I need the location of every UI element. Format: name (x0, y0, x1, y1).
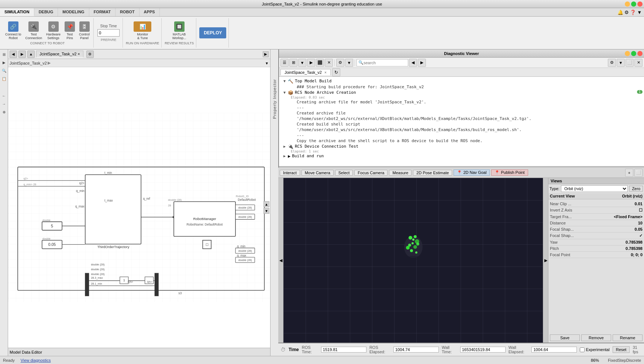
diag-expand-btn[interactable]: ⬜ (626, 59, 634, 67)
tree-item-buildrun[interactable]: ▶ ▶ Build and run (280, 153, 643, 159)
nav-up-btn[interactable]: ▲ (27, 51, 35, 58)
diag-search-prev[interactable]: ◀ (409, 59, 417, 67)
diag-btn-1[interactable]: ☰ (280, 59, 289, 67)
ros-time-input[interactable] (321, 347, 366, 353)
diag-filter-dropdown[interactable]: ▼ (345, 59, 353, 67)
diag-filter-btn[interactable]: ⚙ (336, 59, 344, 67)
sidebar-icon-2[interactable]: ▶ (1, 59, 7, 66)
rviz-nav-goal-btn[interactable]: 📍 2D Nav Goal (454, 169, 490, 176)
sidebar-icon-7[interactable]: ⊕ (1, 109, 7, 115)
svg-text:q2>: q2> (79, 181, 85, 185)
canvas-scroll-right[interactable]: ▶ (263, 51, 269, 57)
svg-point-69 (410, 249, 413, 252)
toolbar-icon-4[interactable]: ▼ (637, 10, 642, 15)
diag-btn-5[interactable]: ⬛ (316, 59, 324, 67)
model-tab[interactable]: JcintSpace_Task_v2 × (36, 51, 83, 58)
wall-time-input[interactable] (460, 347, 506, 353)
rviz-publish-btn[interactable]: 📍 Publish Point (491, 169, 528, 176)
canvas-scroll-down[interactable]: ▼ (264, 208, 269, 214)
toolbar-icon-1[interactable]: 🔔 (617, 10, 623, 15)
rviz-move-camera-btn[interactable]: Move Camera (302, 170, 334, 176)
hardware-settings-btn[interactable]: ⚙ HardwareSettings (45, 21, 62, 41)
close-btn[interactable] (637, 1, 643, 7)
tab-format[interactable]: FORMAT (89, 8, 116, 16)
canvas-settings-btn[interactable]: ⚙ (86, 51, 94, 58)
diag-close-x-btn[interactable]: ✕ (634, 59, 643, 67)
diag-btn-2[interactable]: ⊞ (289, 59, 297, 67)
diag-max-btn[interactable] (631, 51, 636, 56)
toggle-rcs-archive[interactable]: ▼ (283, 90, 288, 95)
ros-elapsed-input[interactable] (393, 347, 439, 353)
time-icon: ⏱ (280, 347, 286, 353)
rviz-collapse-left[interactable]: ◀ (278, 178, 283, 343)
diag-search-input[interactable] (364, 61, 414, 65)
view-diagnostics-link[interactable]: View diagnostics (21, 358, 51, 363)
toolbar-icon-3[interactable]: ❓ (630, 10, 636, 15)
maximize-btn[interactable] (631, 1, 636, 7)
rviz-measure-btn[interactable]: Measure (389, 170, 411, 176)
tab-robot[interactable]: ROBOT (116, 8, 140, 16)
canvas-scroll-up[interactable]: ▲ (264, 201, 269, 207)
experimental-checkbox[interactable] (580, 347, 585, 352)
deploy-btn[interactable]: DEPLOY (199, 27, 226, 38)
tree-item-rcs-archive[interactable]: ▼ 📦 RCS Node Archive Creation 1 (280, 90, 643, 96)
toolbar-icon-2[interactable]: ⚙ (624, 10, 629, 15)
matlab-workspace-btn[interactable]: 🔲 MATLABWorksp... (171, 21, 188, 41)
views-zero-btn[interactable]: Zero (629, 186, 643, 192)
test-connection-btn[interactable]: 🔌 TestConnection (24, 21, 44, 41)
rviz-collapse-right[interactable]: ▶ (543, 178, 548, 343)
views-rename-btn[interactable]: Rename (613, 334, 643, 341)
toggle-rcs-device[interactable]: ▶ (283, 144, 288, 148)
diag-search-box[interactable]: 🔍 (357, 59, 408, 66)
views-remove-btn[interactable]: Remove (581, 334, 611, 341)
nav-forward-btn[interactable]: ▶ (18, 51, 26, 58)
diag-tab-main[interactable]: JointSpace_Task_v2 × (280, 69, 331, 75)
rviz-2d-pose-btn[interactable]: 2D Pose Estimate (413, 170, 452, 176)
connect-group-label: CONNECT TO ROBOT (30, 41, 65, 45)
wall-elapsed-input[interactable] (531, 347, 577, 353)
sidebar-icon-6[interactable]: → (1, 100, 7, 107)
stop-time-input[interactable] (97, 29, 120, 37)
diag-search-next[interactable]: ▶ (418, 59, 426, 67)
toggle-buildrun[interactable]: ▶ (283, 154, 288, 158)
views-save-btn[interactable]: Save (550, 334, 580, 341)
time-reset-btn[interactable]: Reset (613, 346, 630, 353)
control-panel-btn[interactable]: 🎛 ControlPanel (78, 21, 91, 41)
canvas-nav-btn[interactable]: ▼ (265, 61, 269, 65)
toggle-topbuild[interactable]: ▼ (283, 79, 288, 83)
sidebar-icon-4[interactable]: 📋 (1, 75, 7, 82)
diag-min-btn[interactable] (625, 51, 630, 56)
monitor-tune-btn[interactable]: 📊 Monitor& Tune (132, 21, 153, 41)
focal-shape-fixed-row: Focal Shap... ✓ (550, 233, 643, 239)
minimize-btn[interactable] (625, 1, 630, 7)
sidebar-icon-1[interactable]: ⊞ (1, 51, 7, 58)
views-type-select[interactable]: Orbit (rviz) (561, 185, 628, 192)
rviz-focus-btn[interactable]: Focus Camera (354, 170, 388, 176)
diag-settings-btn[interactable]: ⚙ (608, 59, 616, 67)
diag-tab-close[interactable]: × (324, 71, 327, 75)
test-pins-btn[interactable]: 📌 TestPins (63, 21, 76, 41)
nav-back-btn[interactable]: ◀ (10, 51, 17, 58)
diag-refresh-btn[interactable]: ↻ (332, 68, 340, 76)
rviz-interact-btn[interactable]: Interact (280, 170, 300, 176)
diag-btn-6[interactable]: ✕ (325, 59, 333, 67)
rviz-viewport[interactable] (283, 178, 543, 343)
sidebar-icon-3[interactable]: 🔍 (1, 67, 7, 74)
sidebar-icon-5[interactable]: ← (1, 92, 7, 99)
diag-title: Diagnostic Viewer (444, 51, 479, 56)
tab-apps[interactable]: APPS (140, 8, 160, 16)
diag-btn-4[interactable]: ▶ (307, 59, 315, 67)
tab-simulation[interactable]: SIMULATION (0, 8, 34, 16)
rviz-add-btn[interactable]: + (625, 169, 633, 177)
rviz-select-btn[interactable]: Select (335, 170, 353, 176)
diag-btn-3[interactable]: ▼ (298, 59, 306, 67)
connect-to-robot-btn[interactable]: 🔗 Connect toRobot (4, 21, 23, 41)
rviz-expand-btn[interactable]: ⬜ (634, 169, 643, 177)
tab-modeling[interactable]: MODELING (58, 8, 89, 16)
diag-more-btn[interactable]: ▼ (617, 59, 625, 67)
tree-item-rcs-device[interactable]: ▶ 🔌 RCS Device Connection Test (280, 144, 643, 150)
tree-item-topbuild[interactable]: ▼ 🔨 Top Model Build (280, 78, 643, 84)
simulink-canvas[interactable]: ThirdOrderTrajectory q2> q_min q_max q_r… (8, 67, 270, 348)
diag-close-btn[interactable] (637, 51, 643, 56)
tab-debug[interactable]: DEBUG (34, 8, 58, 16)
